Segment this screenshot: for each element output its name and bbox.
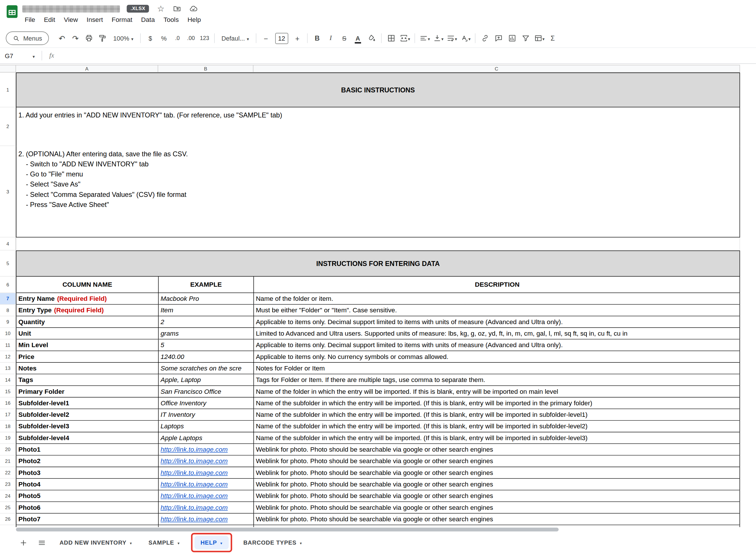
row-number-1[interactable]: 1: [0, 72, 16, 107]
fill-color-button[interactable]: [365, 32, 378, 45]
paint-format-button[interactable]: [96, 32, 109, 45]
cell-column-name[interactable]: Tags: [16, 374, 159, 386]
cell-column-name[interactable]: Entry Type(Required Field): [16, 305, 159, 316]
cell-description[interactable]: Weblink for photo. Photo should be searc…: [254, 444, 740, 455]
star-icon[interactable]: [156, 4, 166, 14]
cell-column-name[interactable]: Photo1: [16, 444, 159, 455]
menu-item-insert[interactable]: Insert: [82, 15, 107, 24]
zoom-selector[interactable]: 100%: [110, 32, 137, 45]
column-header-b[interactable]: B: [158, 65, 253, 72]
row-number-12[interactable]: 12: [0, 351, 16, 363]
row-number-13[interactable]: 13: [0, 363, 16, 374]
sheet-tab-sample[interactable]: SAMPLE: [142, 536, 186, 549]
strikethrough-button[interactable]: S: [338, 32, 351, 45]
font-size-input[interactable]: 12: [275, 32, 288, 44]
cell-column-name[interactable]: Photo5: [16, 491, 159, 502]
number-format-button[interactable]: 123: [198, 32, 211, 45]
cloud-status-icon[interactable]: [189, 4, 199, 14]
cell-example[interactable]: Laptops: [159, 421, 254, 432]
cell-column-name[interactable]: Subfolder-level3: [16, 421, 159, 432]
insert-chart-button[interactable]: [506, 32, 518, 45]
instruction-text-cell[interactable]: 1. Add your entries in "ADD NEW INVENTOR…: [16, 107, 740, 146]
cell-description[interactable]: Tags for Folder or Item. If there are mu…: [254, 374, 740, 386]
cell-description[interactable]: Weblink for photo. Photo should be searc…: [254, 502, 740, 514]
row-number-20[interactable]: 20: [0, 444, 16, 455]
row-number-23[interactable]: 23: [0, 479, 16, 490]
text-color-button[interactable]: A: [352, 32, 364, 45]
cell-example[interactable]: 1240.00: [159, 351, 254, 363]
cell-column-name[interactable]: Min Level: [16, 339, 159, 351]
row-number-11[interactable]: 11: [0, 339, 16, 351]
cell-description[interactable]: Weblink for photo. Photo should be searc…: [254, 491, 740, 502]
cell-column-name[interactable]: Photo7: [16, 514, 159, 525]
menu-item-file[interactable]: File: [20, 15, 40, 24]
insert-link-button[interactable]: [479, 32, 491, 45]
row-number-9[interactable]: 9: [0, 316, 16, 328]
cell-example-link[interactable]: http://link.to.image.com: [159, 479, 254, 490]
increase-font-size-button[interactable]: +: [291, 32, 304, 45]
cell-example[interactable]: San Francisco Office: [159, 386, 254, 398]
cell-example[interactable]: Some scratches on the scre: [159, 363, 254, 374]
cell-description[interactable]: Name of the subfolder in which the entry…: [254, 421, 740, 432]
table-views-button[interactable]: [533, 32, 546, 45]
cell-example[interactable]: grams: [159, 328, 254, 339]
functions-button[interactable]: Σ: [547, 32, 559, 45]
cell-example[interactable]: 5: [159, 339, 254, 351]
row-number-4[interactable]: 4: [0, 238, 16, 250]
menu-item-data[interactable]: Data: [137, 15, 159, 24]
cell-description[interactable]: Limited to Advanced and Ultra users. Sup…: [254, 328, 740, 339]
column-header-c[interactable]: C: [253, 65, 740, 72]
cell-column-name[interactable]: Photo6: [16, 502, 159, 514]
cell-description[interactable]: Weblink for photo. Photo should be searc…: [254, 479, 740, 490]
text-rotation-button[interactable]: [459, 32, 471, 45]
horizontal-align-button[interactable]: [418, 32, 431, 45]
cell-description[interactable]: Applicable to items only. No currency sy…: [254, 351, 740, 363]
cell-description[interactable]: Weblink for photo. Photo should be searc…: [254, 456, 740, 467]
instruction-text-cell[interactable]: 2. (OPTIONAL) After entering data, save …: [16, 146, 740, 238]
row-number-24[interactable]: 24: [0, 491, 16, 502]
cell-description[interactable]: Name of the subfolder in which the entry…: [254, 398, 740, 409]
undo-button[interactable]: [55, 32, 68, 45]
cell-example-link[interactable]: http://link.to.image.com: [159, 491, 254, 502]
cell-example-link[interactable]: http://link.to.image.com: [159, 456, 254, 467]
cell-description[interactable]: Name of the subfolder in which the entry…: [254, 409, 740, 421]
sheet-tab-barcode-types[interactable]: BARCODE TYPES: [237, 536, 308, 549]
cell-description[interactable]: Must be either "Folder" or "Item". Case …: [254, 305, 740, 316]
cell-description[interactable]: Weblink for photo. Photo should be searc…: [254, 525, 740, 527]
document-title-redacted[interactable]: [22, 5, 120, 13]
row-number-15[interactable]: 15: [0, 386, 16, 398]
name-box[interactable]: G7: [0, 52, 35, 59]
cell-description[interactable]: Applicable to items only. Decimal suppor…: [254, 316, 740, 328]
menu-item-help[interactable]: Help: [183, 15, 205, 24]
cell-column-name[interactable]: Subfolder-level1: [16, 398, 159, 409]
table-header-cell[interactable]: COLUMN NAME: [16, 276, 159, 293]
add-sheet-button[interactable]: [16, 536, 30, 549]
cell-example[interactable]: 2: [159, 316, 254, 328]
empty-row[interactable]: [16, 238, 740, 250]
sheets-logo-icon[interactable]: [5, 4, 19, 19]
cell-column-name[interactable]: Notes: [16, 363, 159, 374]
cell-example[interactable]: Apple, Laptop: [159, 374, 254, 386]
text-wrap-button[interactable]: [445, 32, 458, 45]
row-number-19[interactable]: 19: [0, 432, 16, 444]
table-header-cell[interactable]: EXAMPLE: [159, 276, 254, 293]
cell-column-name[interactable]: [16, 525, 159, 527]
menu-item-format[interactable]: Format: [107, 15, 137, 24]
row-number-10[interactable]: 10: [0, 328, 16, 339]
cell-column-name[interactable]: Price: [16, 351, 159, 363]
table-header-cell[interactable]: DESCRIPTION: [254, 276, 740, 293]
vertical-align-button[interactable]: [432, 32, 445, 45]
row-number-2[interactable]: 2: [0, 107, 16, 146]
create-filter-button[interactable]: [519, 32, 532, 45]
cell-description[interactable]: Name of the subfolder in which the entry…: [254, 432, 740, 444]
row-number-21[interactable]: 21: [0, 456, 16, 467]
cell-example[interactable]: Item: [159, 305, 254, 316]
cell-description[interactable]: Name of the folder in which the entry wi…: [254, 386, 740, 398]
row-number-22[interactable]: 22: [0, 467, 16, 479]
row-number-3[interactable]: 3: [0, 146, 16, 238]
menu-item-edit[interactable]: Edit: [40, 15, 59, 24]
horizontal-scrollbar-thumb[interactable]: [16, 528, 558, 531]
cell-description[interactable]: Applicable to items only. Decimal suppor…: [254, 339, 740, 351]
cell-column-name[interactable]: Photo3: [16, 467, 159, 479]
increase-decimal-button[interactable]: .00: [184, 32, 197, 45]
